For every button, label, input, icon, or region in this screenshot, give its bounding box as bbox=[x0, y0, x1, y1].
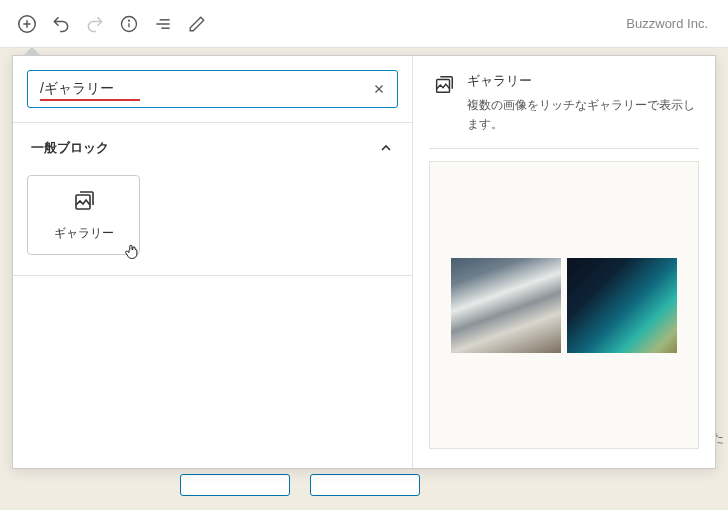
preview-thumb bbox=[451, 258, 561, 353]
outline-button[interactable] bbox=[146, 7, 180, 41]
cursor-hand-icon bbox=[123, 242, 141, 260]
inserter-left-panel: 一般ブロック ギャラリー bbox=[13, 56, 413, 468]
background-buttons bbox=[180, 474, 728, 502]
add-block-button[interactable] bbox=[10, 7, 44, 41]
inserter-preview-panel: ギャラリー 複数の画像をリッチなギャラリーで表示します。 bbox=[413, 56, 715, 468]
preview-description: 複数の画像をリッチなギャラリーで表示します。 bbox=[467, 96, 695, 134]
clear-search-button[interactable] bbox=[369, 79, 389, 99]
spellcheck-underline bbox=[40, 99, 140, 101]
popover-caret bbox=[24, 48, 40, 56]
chevron-up-icon bbox=[378, 140, 394, 156]
block-tile-gallery[interactable]: ギャラリー bbox=[27, 175, 140, 255]
category-common-blocks[interactable]: 一般ブロック bbox=[13, 123, 412, 169]
editor-toolbar: Buzzword Inc. bbox=[0, 0, 728, 48]
gallery-icon bbox=[72, 189, 96, 213]
brand-label: Buzzword Inc. bbox=[626, 16, 718, 31]
edit-button[interactable] bbox=[180, 7, 214, 41]
block-inserter-popover: 一般ブロック ギャラリー bbox=[12, 55, 716, 469]
undo-button[interactable] bbox=[44, 7, 78, 41]
gallery-icon bbox=[433, 72, 455, 134]
block-tile-label: ギャラリー bbox=[54, 225, 114, 242]
block-preview bbox=[429, 161, 699, 449]
svg-point-5 bbox=[129, 20, 130, 21]
block-search-box bbox=[27, 70, 398, 108]
preview-title: ギャラリー bbox=[467, 72, 695, 90]
background-button[interactable] bbox=[310, 474, 420, 496]
background-button[interactable] bbox=[180, 474, 290, 496]
category-label: 一般ブロック bbox=[31, 139, 109, 157]
preview-thumb bbox=[567, 258, 677, 353]
block-search-input[interactable] bbox=[40, 81, 361, 97]
info-button[interactable] bbox=[112, 7, 146, 41]
redo-button[interactable] bbox=[78, 7, 112, 41]
